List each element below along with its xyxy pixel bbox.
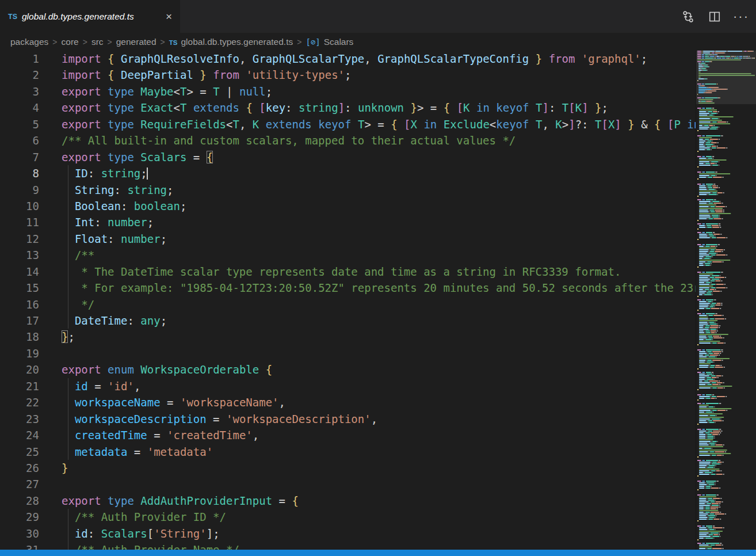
line-number: 11 xyxy=(0,214,39,230)
code-line-23[interactable]: 23 workspaceDescription = 'workspaceDesc… xyxy=(0,411,756,427)
code-line-15[interactable]: 15 * For example: "1985-04-12T23:20:50.5… xyxy=(0,280,756,296)
indent-guide xyxy=(68,509,68,525)
code-line-13[interactable]: 13 /** xyxy=(0,247,756,263)
indent-guide xyxy=(68,427,68,443)
line-content: */ xyxy=(62,298,94,311)
split-editor-icon[interactable] xyxy=(708,10,721,24)
line-number: 4 xyxy=(0,100,39,116)
breadcrumb-label: global.db.types.generated.ts xyxy=(181,37,293,47)
breadcrumb-separator: > xyxy=(83,37,87,47)
line-number: 29 xyxy=(0,509,39,525)
vscode-window: TS global.db.types.generated.ts × xyxy=(0,0,756,556)
indent-guide xyxy=(68,231,68,247)
code-line-22[interactable]: 22 workspaceName = 'workspaceName', xyxy=(0,394,756,410)
breadcrumb-item-global-db-types-generated-ts[interactable]: TSglobal.db.types.generated.ts xyxy=(169,37,293,47)
code-editor[interactable]: 1import { GraphQLResolveInfo, GraphQLSca… xyxy=(0,51,756,550)
line-number: 25 xyxy=(0,444,39,460)
line-number: 13 xyxy=(0,247,39,263)
line-number: 8 xyxy=(0,165,39,181)
code-line-11[interactable]: 11 Int: number; xyxy=(0,214,756,230)
tab-bar: TS global.db.types.generated.ts × xyxy=(0,0,756,33)
line-number: 15 xyxy=(0,280,39,296)
more-actions-icon[interactable]: ··· xyxy=(734,10,748,24)
text-cursor xyxy=(147,167,148,180)
line-number: 23 xyxy=(0,411,39,427)
code-line-10[interactable]: 10 Boolean: boolean; xyxy=(0,198,756,214)
code-line-5[interactable]: 5export type RequireFields<T, K extends … xyxy=(0,116,756,132)
indent-guide xyxy=(68,214,68,230)
breadcrumb-label: src xyxy=(91,37,104,47)
symbol-type-icon: [⊘] xyxy=(306,37,320,47)
code-line-1[interactable]: 1import { GraphQLResolveInfo, GraphQLSca… xyxy=(0,51,756,67)
code-line-7[interactable]: 7export type Scalars = { xyxy=(0,149,756,165)
breadcrumb-separator: > xyxy=(108,37,112,47)
line-content: ID: string; xyxy=(62,167,148,180)
code-line-31[interactable]: 31 /** Auth Provider Name */ xyxy=(0,542,756,550)
code-line-24[interactable]: 24 createdTime = 'createdTime', xyxy=(0,427,756,443)
code-line-16[interactable]: 16 */ xyxy=(0,296,756,313)
code-line-30[interactable]: 30 id: Scalars['String']; xyxy=(0,525,756,542)
minimap-canvas xyxy=(696,51,756,550)
code-line-14[interactable]: 14 * The DateTime scalar type represents… xyxy=(0,264,756,280)
breadcrumb-item-packages[interactable]: packages xyxy=(10,37,48,47)
breadcrumb-item-scalars[interactable]: [⊘]Scalars xyxy=(306,37,353,47)
code-lines[interactable]: 1import { GraphQLResolveInfo, GraphQLSca… xyxy=(0,51,756,550)
code-line-18[interactable]: 18}; xyxy=(0,329,756,345)
line-content: id = 'id', xyxy=(62,380,140,393)
indent-guide xyxy=(68,411,68,427)
line-content: createdTime = 'createdTime', xyxy=(62,429,259,441)
indent-guide xyxy=(68,247,68,263)
line-content: * For example: "1985-04-12T23:20:50.52Z"… xyxy=(62,281,756,294)
indent-guide xyxy=(68,394,68,410)
line-content: Float: number; xyxy=(62,233,167,245)
editor-actions: ··· xyxy=(681,0,748,33)
close-icon[interactable]: × xyxy=(163,10,174,23)
code-line-2[interactable]: 2import { DeepPartial } from 'utility-ty… xyxy=(0,67,756,83)
line-number: 3 xyxy=(0,83,39,100)
line-number: 26 xyxy=(0,460,39,476)
line-content: } xyxy=(62,462,68,474)
code-line-9[interactable]: 9 String: string; xyxy=(0,182,756,198)
line-number: 18 xyxy=(0,329,39,345)
line-content: export type Exact<T extends { [key: stri… xyxy=(62,101,608,114)
indent-guide xyxy=(68,198,68,214)
code-line-25[interactable]: 25 metadata = 'metadata' xyxy=(0,444,756,460)
code-line-17[interactable]: 17 DateTime: any; xyxy=(0,313,756,329)
code-line-6[interactable]: 6/** All built-in and custom scalars, ma… xyxy=(0,132,756,148)
line-content: export enum WorkspaceOrderable { xyxy=(62,363,272,376)
code-line-12[interactable]: 12 Float: number; xyxy=(0,231,756,247)
line-number: 17 xyxy=(0,313,39,329)
line-number: 24 xyxy=(0,427,39,443)
code-line-29[interactable]: 29 /** Auth Provider ID */ xyxy=(0,509,756,525)
line-number: 16 xyxy=(0,296,39,313)
line-number: 28 xyxy=(0,493,39,509)
line-number: 1 xyxy=(0,51,39,67)
line-number: 6 xyxy=(0,132,39,148)
line-content: Int: number; xyxy=(62,216,154,229)
minimap-slider[interactable] xyxy=(696,51,756,104)
breadcrumb-item-core[interactable]: core xyxy=(62,37,79,47)
code-line-27[interactable]: 27 xyxy=(0,476,756,492)
code-line-28[interactable]: 28export type AddAuthProviderInput = { xyxy=(0,493,756,509)
code-line-8[interactable]: 8 ID: string; xyxy=(0,165,756,181)
line-content: metadata = 'metadata' xyxy=(62,445,213,458)
breadcrumb-item-generated[interactable]: generated xyxy=(116,37,156,47)
code-line-4[interactable]: 4export type Exact<T extends { [key: str… xyxy=(0,100,756,116)
indent-guide xyxy=(68,444,68,460)
tab-global-db-types-generated-ts[interactable]: TS global.db.types.generated.ts × xyxy=(0,0,180,33)
code-line-3[interactable]: 3export type Maybe<T> = T | null; xyxy=(0,83,756,100)
tab-label: global.db.types.generated.ts xyxy=(22,12,159,22)
line-number: 10 xyxy=(0,198,39,214)
line-content: import { GraphQLResolveInfo, GraphQLScal… xyxy=(62,52,647,65)
minimap[interactable] xyxy=(696,51,756,550)
code-line-26[interactable]: 26} xyxy=(0,460,756,476)
indent-guide xyxy=(68,165,68,181)
code-line-19[interactable]: 19 xyxy=(0,345,756,361)
code-line-21[interactable]: 21 id = 'id', xyxy=(0,378,756,394)
breadcrumb-item-src[interactable]: src xyxy=(91,37,104,47)
open-changes-icon[interactable] xyxy=(681,10,695,24)
status-bar xyxy=(0,550,756,556)
breadcrumb-separator: > xyxy=(297,37,301,47)
line-content: export type RequireFields<T, K extends k… xyxy=(62,118,756,131)
code-line-20[interactable]: 20export enum WorkspaceOrderable { xyxy=(0,361,756,378)
